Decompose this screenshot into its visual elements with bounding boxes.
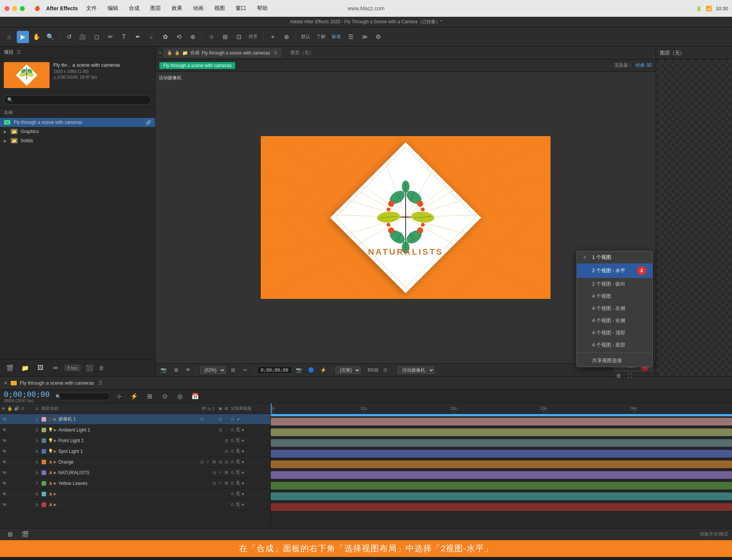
align-distribute[interactable]: ⊞: [219, 31, 231, 43]
wiggler[interactable]: ⊕: [280, 31, 292, 43]
camera-tool[interactable]: 🎥: [77, 31, 89, 43]
motion-sketch[interactable]: ⌖: [266, 31, 279, 43]
layer-row-9[interactable]: 👁 9 A ▶ ⊙ 无 ▾: [0, 499, 270, 510]
app-name[interactable]: After Effects: [46, 5, 78, 11]
vld-item-4right[interactable]: 4 个视图 - 右侧: [577, 314, 652, 327]
layer-solo-btn-1[interactable]: ⊙: [200, 417, 206, 422]
layer-chevron-7[interactable]: ▶: [54, 481, 57, 485]
align-right[interactable]: ⊡: [233, 31, 245, 43]
layer-row-2[interactable]: 👁 2 💡 ▶ Ambient Light 1 ⊙ ⊙ 无 ▾: [0, 425, 270, 435]
vld-item-4top[interactable]: 4 个视图 - 顶部: [577, 327, 652, 339]
layer-row-8[interactable]: 👁 8 A ▶ ⊙ 无 ▾: [0, 489, 270, 499]
time-indicator[interactable]: [271, 403, 271, 414]
parent-dropdown-6[interactable]: ▾: [242, 470, 244, 475]
vld-item-2h[interactable]: 2 个视图 - 水平 2: [577, 263, 652, 278]
tab-menu-icon[interactable]: ☰: [274, 50, 278, 55]
new-folder-btn[interactable]: 📁: [19, 362, 31, 374]
timeline-timecode[interactable]: 0;00;00;00: [4, 390, 50, 399]
menu-view[interactable]: 视图: [212, 4, 227, 13]
channels-btn[interactable]: RGB: [368, 366, 378, 374]
minimize-button[interactable]: [12, 6, 17, 11]
zoom-select[interactable]: (62%): [200, 366, 226, 374]
maximize-button[interactable]: [20, 6, 25, 11]
tl-ctrl-5[interactable]: ◎: [174, 390, 186, 403]
layer-row-7[interactable]: 👁 7 A ▶ Yellow Leaves ⊙ ✓ ⊞ ⊙ 无 ▾: [0, 478, 270, 489]
asset-item-graphics[interactable]: ▶ 📁 Graphics: [0, 127, 155, 136]
close-button[interactable]: [5, 6, 10, 11]
vld-item-4bottom[interactable]: 4 个视图 - 底部: [577, 339, 652, 351]
menu-file[interactable]: 文件: [84, 4, 99, 13]
toggle-transparency-btn[interactable]: 👁: [183, 366, 193, 374]
parent-dropdown-1[interactable]: ▾: [237, 417, 239, 422]
tl-ctrl-2[interactable]: ⚡: [128, 390, 140, 403]
parent-dropdown-9[interactable]: ▾: [242, 502, 244, 507]
layer-eye-5[interactable]: 👁: [2, 459, 8, 465]
timeline-close-icon[interactable]: ✕: [4, 380, 8, 386]
menu-help[interactable]: 帮助: [255, 4, 270, 13]
layer-chevron-5[interactable]: ▶: [54, 460, 57, 464]
asset-item-solids[interactable]: ▶ 📁 Solids: [0, 136, 155, 145]
flow-btn[interactable]: ✏: [50, 362, 62, 374]
tl-bottom-2[interactable]: 🎬: [19, 528, 31, 541]
fit-comp-btn[interactable]: ↩: [240, 366, 250, 374]
layer-eye-9[interactable]: 👁: [2, 502, 8, 508]
layer-chevron-1[interactable]: ▶: [54, 417, 57, 421]
layer-row-4[interactable]: 👁 4 💡 ▶ Spot Light 1 ⊙ ⊙ 无 ▾: [0, 446, 270, 457]
layer-eye-1[interactable]: 👁: [2, 416, 8, 422]
parent-dropdown-3[interactable]: ▾: [242, 438, 244, 443]
vld-item-share[interactable]: 共享视图选项: [577, 355, 652, 367]
rect-tool[interactable]: ◻: [90, 31, 103, 43]
menu-window[interactable]: 窗口: [233, 4, 249, 13]
layer-eye-2[interactable]: 👁: [2, 427, 8, 433]
layer-solo-btn-6[interactable]: ⊙: [212, 470, 218, 475]
new-comp-btn[interactable]: 🎬: [4, 362, 16, 374]
camera-view-select[interactable]: 活动摄像机: [397, 366, 435, 374]
draft-3d-btn[interactable]: ⚡: [318, 366, 328, 374]
parent-dropdown-8[interactable]: ▾: [242, 491, 244, 497]
motion-blur-btn[interactable]: 🔵: [306, 366, 316, 374]
rotate-tool[interactable]: ↺: [63, 31, 75, 43]
parent-dropdown-2[interactable]: ▾: [242, 427, 244, 433]
layer-row-6[interactable]: 👁 6 A ▶ NATURALISTS ⊙ ✓ ⊞ ⊙ 无 ▾: [0, 467, 270, 478]
text-tool[interactable]: T: [118, 31, 130, 43]
menu-effects[interactable]: 效果: [169, 4, 185, 13]
layer-solo-btn-2[interactable]: ⊙: [218, 427, 225, 433]
parent-dropdown-4[interactable]: ▾: [242, 449, 244, 454]
pin-tool[interactable]: ⊕: [186, 31, 199, 43]
menu-composition[interactable]: 合成: [127, 4, 142, 13]
asset-item-comp[interactable]: Fly through a scene with cameras 🔗: [0, 118, 155, 127]
layer-eye-7[interactable]: 👁: [2, 480, 8, 486]
tl-ctrl-6[interactable]: 📅: [189, 390, 201, 403]
exposure-btn[interactable]: ⊙: [380, 366, 390, 374]
pen-tool[interactable]: ✏: [104, 31, 116, 43]
project-search-input[interactable]: [4, 95, 151, 104]
align-center[interactable]: ⊹: [205, 31, 217, 43]
color-depth-btn[interactable]: ⬛: [83, 362, 96, 374]
vld-item-4left[interactable]: 4 个视图 - 左侧: [577, 302, 652, 314]
apple-logo[interactable]: 🍎: [34, 6, 40, 11]
layer-solo-btn-5[interactable]: ⊙: [200, 459, 206, 465]
vld-item-1view[interactable]: ✓ 1 个视图: [577, 251, 652, 263]
layer-eye-6[interactable]: 👁: [2, 470, 8, 476]
layer-eye-8[interactable]: 👁: [2, 491, 8, 497]
standard-label[interactable]: 标准: [329, 34, 343, 40]
close-tab-icon[interactable]: ✕: [159, 51, 162, 55]
clone-tool[interactable]: ✒: [132, 31, 144, 43]
layer-row-5[interactable]: 👁 5 A ▶ Orange ⊙ ✓ ⊞ ⊙ ⊙ ⊙ 无 ▾: [0, 457, 270, 467]
new-viewer-btn[interactable]: ⊞: [614, 372, 624, 380]
layer-row-3[interactable]: 👁 3 💡 ▶ Point Light 1 ⊙ ⊙ 无 ▾: [0, 435, 270, 446]
layer-eye-3[interactable]: 👁: [2, 438, 8, 444]
layer-eye-4[interactable]: 👁: [2, 448, 8, 454]
parent-dropdown-7[interactable]: ▾: [242, 481, 244, 486]
eraser-tool[interactable]: ⬦: [145, 31, 157, 43]
tl-bottom-1[interactable]: ⊞: [4, 528, 16, 541]
quality-select[interactable]: (完整): [336, 366, 361, 374]
vld-item-2v[interactable]: 2 个视图 - 纵向: [577, 278, 652, 290]
camera-icon[interactable]: 📷: [294, 366, 304, 374]
tl-ctrl-4[interactable]: ⊙: [159, 390, 171, 403]
project-menu-icon[interactable]: ☰: [17, 50, 21, 55]
transform-tool[interactable]: ⟲: [173, 31, 185, 43]
tl-ctrl-3[interactable]: ⊞: [143, 390, 156, 403]
show-snap-btn[interactable]: 🖥: [171, 366, 181, 374]
settings-btn[interactable]: ⚙: [372, 31, 384, 43]
